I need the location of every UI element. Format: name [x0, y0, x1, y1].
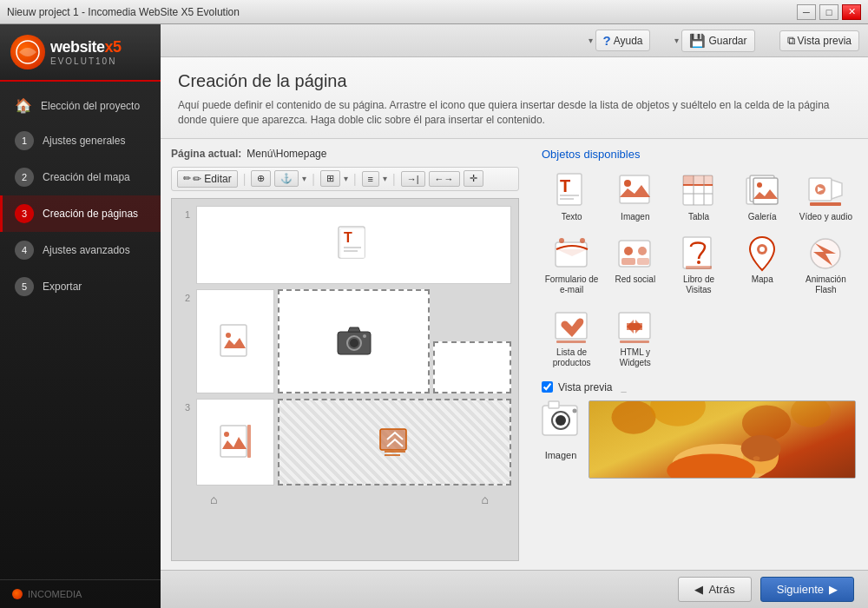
dropdown-3[interactable]: ▾ [383, 174, 387, 183]
step-num-3: 3 [15, 204, 34, 223]
flash-icon [806, 235, 845, 273]
save-button[interactable]: 💾 Guardar [681, 30, 754, 52]
svg-point-45 [624, 247, 633, 255]
svg-point-35 [757, 182, 762, 188]
sidebar-item-paginas[interactable]: 3 Creación de páginas [0, 195, 161, 232]
galeria-label: Galería [748, 212, 777, 222]
back-button[interactable]: ◀ Atrás [678, 577, 751, 602]
sidebar-item-mapa[interactable]: 2 Creación del mapa [0, 159, 161, 195]
brand-tagline: EVOLUT10N [50, 56, 122, 66]
vista-previa-checkbox[interactable] [542, 381, 553, 393]
cross-btn[interactable]: ✛ [464, 170, 483, 187]
obj-galeria[interactable]: Galería [733, 168, 792, 227]
obj-html[interactable]: HTML y Widgets [605, 303, 665, 373]
incomedia-dot [12, 589, 23, 599]
step-num-1: 1 [15, 131, 34, 150]
page-row-3: 3 [179, 399, 511, 486]
grid-btn[interactable]: ⊞ [320, 170, 340, 187]
obj-mapa[interactable]: Mapa [733, 230, 792, 300]
sidebar-item-avanzados[interactable]: 4 Ajustes avanzados [0, 232, 161, 268]
svg-rect-63 [549, 401, 559, 408]
sidebar-item-ajustes[interactable]: 1 Ajustes generales [0, 122, 161, 159]
help-button[interactable]: ? Ayuda [595, 30, 651, 51]
main-area: Página actual: Menú\Homepage ✏ ✏ Editar … [161, 139, 868, 570]
dropdown-1[interactable]: ▾ [302, 174, 306, 183]
help-dropdown[interactable]: ▾ [589, 36, 593, 45]
edit-button[interactable]: ✏ ✏ Editar [177, 170, 238, 188]
svg-point-65 [556, 415, 566, 426]
objects-grid: T Texto [542, 168, 856, 373]
cell-2-2[interactable] [278, 289, 430, 393]
align-right-btn[interactable]: →| [401, 171, 425, 187]
scroll-home-2[interactable]: ⌂ [482, 492, 489, 506]
next-arrow-icon: ▶ [829, 583, 838, 596]
cell-1-1[interactable]: T [196, 206, 511, 284]
expand-btn[interactable]: ←→ [429, 171, 460, 187]
scroll-cell-icon [378, 427, 411, 457]
obj-flash[interactable]: Animación Flash [796, 230, 856, 300]
svg-rect-6 [220, 325, 247, 356]
preview-icon: ⧉ [787, 34, 795, 48]
cell-2-1[interactable] [196, 289, 274, 393]
video-label: Vídeo y audio [799, 212, 852, 222]
obj-texto[interactable]: T Texto [542, 168, 602, 227]
next-label: Siguiente [777, 583, 824, 596]
camera-cell-icon [336, 325, 372, 358]
obj-red-social[interactable]: Red social [605, 230, 665, 300]
incomedia-footer: INCOMEDIA [0, 579, 161, 608]
scroll-home-1[interactable]: ⌂ [210, 492, 217, 506]
minimize-button[interactable]: ─ [797, 4, 816, 20]
obj-tabla[interactable]: Tabla [668, 168, 728, 227]
preview-label: Vista previa [798, 35, 852, 47]
obj-libro[interactable]: Libro de Visitas [668, 230, 728, 300]
step-num-2: 2 [15, 168, 34, 187]
preview-button[interactable]: ⧉ Vista previa [779, 30, 859, 51]
obj-lista[interactable]: Lista de productos [542, 303, 602, 373]
svg-point-23 [624, 180, 631, 187]
toolbar-sep-4: | [392, 172, 396, 186]
imagen-label: Imagen [621, 212, 649, 222]
obj-imagen[interactable]: Imagen [605, 168, 665, 227]
row-num-2: 2 [179, 289, 196, 303]
help-label: Ayuda [614, 35, 643, 47]
list-btn[interactable]: ≡ [362, 171, 379, 187]
right-panel: Objetos disponibles T Texto [529, 139, 868, 570]
incomedia-label: INCOMEDIA [28, 589, 82, 599]
cell-3-1[interactable] [196, 399, 274, 486]
close-button[interactable]: ✕ [842, 4, 861, 20]
vista-previa-label: Vista previa [558, 381, 612, 393]
image-cell-icon [220, 324, 251, 359]
tabla-label: Tabla [688, 212, 709, 222]
obj-formulario[interactable]: Formulario de e-mail [542, 230, 602, 300]
svg-point-74 [741, 434, 781, 461]
lista-label: Lista de productos [543, 347, 600, 368]
save-dropdown[interactable]: ▾ [674, 36, 679, 45]
next-button[interactable]: Siguiente ▶ [760, 577, 854, 602]
page-grid-container[interactable]: 1 T [171, 198, 519, 561]
logo-icon [10, 35, 45, 69]
sidebar-label-exportar: Exportar [43, 281, 82, 293]
logo-text: websitex5 EVOLUT10N [50, 38, 122, 66]
brand-name: websitex5 [50, 38, 122, 56]
text-cell-icon: T [337, 225, 372, 265]
svg-point-68 [612, 401, 656, 434]
sidebar-item-exportar[interactable]: 5 Exportar [0, 268, 161, 305]
red-social-label: Red social [615, 274, 655, 285]
sidebar-item-project[interactable]: 🏠 Elección del proyecto [0, 89, 161, 122]
svg-rect-14 [247, 425, 251, 458]
obj-video[interactable]: Vídeo y audio [796, 168, 856, 227]
svg-marker-37 [832, 180, 842, 199]
svg-point-70 [742, 405, 791, 440]
maximize-button[interactable]: □ [819, 4, 838, 20]
cell-2-3[interactable] [433, 341, 511, 393]
svg-rect-47 [621, 258, 635, 265]
anchor-btn[interactable]: ⚓ [274, 170, 299, 187]
svg-rect-31 [704, 175, 713, 185]
cell-3-2[interactable] [278, 399, 511, 486]
texto-label: Texto [562, 212, 582, 222]
toolbar-sep-2: | [312, 172, 315, 186]
svg-point-42 [559, 238, 564, 243]
dropdown-2[interactable]: ▾ [344, 174, 348, 183]
add-btn[interactable]: ⊕ [251, 170, 271, 187]
row-1-cells: T [196, 206, 511, 284]
